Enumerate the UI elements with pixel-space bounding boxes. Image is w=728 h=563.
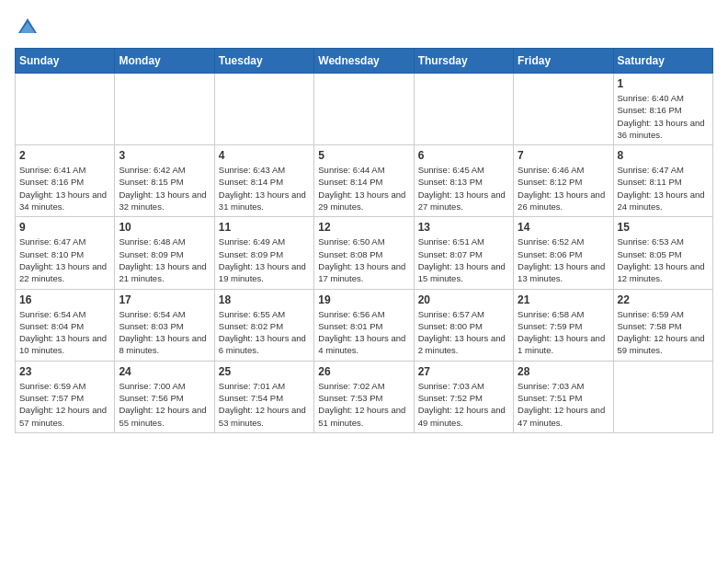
calendar-cell: 2Sunrise: 6:41 AM Sunset: 8:16 PM Daylig…	[16, 145, 115, 217]
calendar-cell	[214, 74, 313, 145]
day-number: 4	[219, 149, 310, 162]
day-info: Sunrise: 6:57 AM Sunset: 8:00 PM Dayligh…	[418, 308, 509, 357]
day-number: 3	[119, 149, 210, 162]
day-number: 10	[119, 221, 210, 234]
day-info: Sunrise: 6:58 AM Sunset: 7:59 PM Dayligh…	[518, 308, 609, 357]
calendar-cell: 17Sunrise: 6:54 AM Sunset: 8:03 PM Dayli…	[115, 289, 214, 361]
day-number: 23	[19, 365, 110, 378]
day-number: 22	[618, 293, 709, 306]
day-number: 28	[518, 365, 609, 378]
calendar-cell: 21Sunrise: 6:58 AM Sunset: 7:59 PM Dayli…	[514, 289, 613, 361]
day-number: 13	[418, 221, 509, 234]
calendar-cell	[613, 361, 712, 432]
day-info: Sunrise: 6:54 AM Sunset: 8:04 PM Dayligh…	[19, 308, 110, 357]
day-info: Sunrise: 6:59 AM Sunset: 7:57 PM Dayligh…	[19, 380, 110, 429]
day-info: Sunrise: 6:51 AM Sunset: 8:07 PM Dayligh…	[418, 236, 509, 284]
day-info: Sunrise: 6:47 AM Sunset: 8:11 PM Dayligh…	[618, 164, 709, 213]
calendar-cell: 13Sunrise: 6:51 AM Sunset: 8:07 PM Dayli…	[414, 217, 513, 289]
day-info: Sunrise: 6:47 AM Sunset: 8:10 PM Dayligh…	[19, 236, 110, 284]
day-of-week-header: Wednesday	[314, 49, 414, 74]
day-of-week-header: Friday	[514, 49, 613, 74]
calendar-cell: 8Sunrise: 6:47 AM Sunset: 8:11 PM Daylig…	[613, 145, 712, 217]
calendar-cell: 20Sunrise: 6:57 AM Sunset: 8:00 PM Dayli…	[414, 289, 513, 361]
day-info: Sunrise: 6:42 AM Sunset: 8:15 PM Dayligh…	[119, 164, 210, 213]
calendar-cell: 10Sunrise: 6:48 AM Sunset: 8:09 PM Dayli…	[115, 217, 214, 289]
calendar-week-row: 9Sunrise: 6:47 AM Sunset: 8:10 PM Daylig…	[16, 217, 713, 289]
day-number: 2	[19, 149, 110, 162]
calendar-cell: 6Sunrise: 6:45 AM Sunset: 8:13 PM Daylig…	[414, 145, 513, 217]
calendar-cell: 15Sunrise: 6:53 AM Sunset: 8:05 PM Dayli…	[613, 217, 712, 289]
calendar-week-row: 1Sunrise: 6:40 AM Sunset: 8:16 PM Daylig…	[16, 74, 713, 145]
calendar-cell: 22Sunrise: 6:59 AM Sunset: 7:58 PM Dayli…	[613, 289, 712, 361]
calendar-cell	[314, 74, 414, 145]
day-number: 14	[518, 221, 609, 234]
day-of-week-header: Tuesday	[214, 49, 313, 74]
day-number: 11	[219, 221, 310, 234]
calendar-table: SundayMondayTuesdayWednesdayThursdayFrid…	[15, 48, 713, 433]
day-of-week-header: Sunday	[16, 49, 115, 74]
day-number: 7	[518, 149, 609, 162]
calendar-cell	[414, 74, 513, 145]
day-info: Sunrise: 6:45 AM Sunset: 8:13 PM Dayligh…	[418, 164, 509, 213]
day-info: Sunrise: 6:50 AM Sunset: 8:08 PM Dayligh…	[318, 236, 409, 284]
day-number: 1	[618, 77, 709, 90]
calendar-cell: 28Sunrise: 7:03 AM Sunset: 7:51 PM Dayli…	[514, 361, 613, 432]
day-info: Sunrise: 6:54 AM Sunset: 8:03 PM Dayligh…	[119, 308, 210, 357]
day-info: Sunrise: 7:02 AM Sunset: 7:53 PM Dayligh…	[318, 380, 409, 429]
day-number: 20	[418, 293, 509, 306]
calendar-cell: 12Sunrise: 6:50 AM Sunset: 8:08 PM Dayli…	[314, 217, 414, 289]
day-number: 15	[618, 221, 709, 234]
day-of-week-header: Saturday	[613, 49, 712, 74]
day-info: Sunrise: 6:44 AM Sunset: 8:14 PM Dayligh…	[318, 164, 409, 213]
calendar-week-row: 16Sunrise: 6:54 AM Sunset: 8:04 PM Dayli…	[16, 289, 713, 361]
day-number: 12	[318, 221, 409, 234]
day-info: Sunrise: 6:49 AM Sunset: 8:09 PM Dayligh…	[219, 236, 310, 284]
day-info: Sunrise: 7:00 AM Sunset: 7:56 PM Dayligh…	[119, 380, 210, 429]
day-number: 5	[318, 149, 409, 162]
day-info: Sunrise: 6:52 AM Sunset: 8:06 PM Dayligh…	[518, 236, 609, 284]
day-number: 16	[19, 293, 110, 306]
day-number: 18	[219, 293, 310, 306]
logo	[15, 15, 44, 40]
calendar-cell: 26Sunrise: 7:02 AM Sunset: 7:53 PM Dayli…	[314, 361, 414, 432]
day-info: Sunrise: 6:53 AM Sunset: 8:05 PM Dayligh…	[618, 236, 709, 284]
day-number: 6	[418, 149, 509, 162]
day-info: Sunrise: 6:55 AM Sunset: 8:02 PM Dayligh…	[219, 308, 310, 357]
day-info: Sunrise: 6:43 AM Sunset: 8:14 PM Dayligh…	[219, 164, 310, 213]
calendar-cell: 7Sunrise: 6:46 AM Sunset: 8:12 PM Daylig…	[514, 145, 613, 217]
day-info: Sunrise: 7:01 AM Sunset: 7:54 PM Dayligh…	[219, 380, 310, 429]
calendar-cell: 1Sunrise: 6:40 AM Sunset: 8:16 PM Daylig…	[613, 74, 712, 145]
day-number: 17	[119, 293, 210, 306]
calendar-cell: 4Sunrise: 6:43 AM Sunset: 8:14 PM Daylig…	[214, 145, 313, 217]
day-number: 9	[19, 221, 110, 234]
logo-icon	[15, 15, 40, 40]
day-number: 21	[518, 293, 609, 306]
day-info: Sunrise: 7:03 AM Sunset: 7:52 PM Dayligh…	[418, 380, 509, 429]
calendar-cell: 23Sunrise: 6:59 AM Sunset: 7:57 PM Dayli…	[16, 361, 115, 432]
calendar-cell	[115, 74, 214, 145]
calendar-cell	[16, 74, 115, 145]
calendar-cell: 9Sunrise: 6:47 AM Sunset: 8:10 PM Daylig…	[16, 217, 115, 289]
calendar-week-row: 23Sunrise: 6:59 AM Sunset: 7:57 PM Dayli…	[16, 361, 713, 432]
day-number: 27	[418, 365, 509, 378]
page-header	[15, 15, 713, 40]
calendar-header-row: SundayMondayTuesdayWednesdayThursdayFrid…	[16, 49, 713, 74]
calendar-week-row: 2Sunrise: 6:41 AM Sunset: 8:16 PM Daylig…	[16, 145, 713, 217]
calendar-cell: 14Sunrise: 6:52 AM Sunset: 8:06 PM Dayli…	[514, 217, 613, 289]
day-number: 8	[618, 149, 709, 162]
day-number: 24	[119, 365, 210, 378]
calendar-cell: 27Sunrise: 7:03 AM Sunset: 7:52 PM Dayli…	[414, 361, 513, 432]
day-of-week-header: Monday	[115, 49, 214, 74]
calendar-cell: 18Sunrise: 6:55 AM Sunset: 8:02 PM Dayli…	[214, 289, 313, 361]
calendar-cell: 25Sunrise: 7:01 AM Sunset: 7:54 PM Dayli…	[214, 361, 313, 432]
calendar-cell: 19Sunrise: 6:56 AM Sunset: 8:01 PM Dayli…	[314, 289, 414, 361]
calendar-cell: 11Sunrise: 6:49 AM Sunset: 8:09 PM Dayli…	[214, 217, 313, 289]
calendar-cell: 3Sunrise: 6:42 AM Sunset: 8:15 PM Daylig…	[115, 145, 214, 217]
day-info: Sunrise: 6:41 AM Sunset: 8:16 PM Dayligh…	[19, 164, 110, 213]
day-info: Sunrise: 6:46 AM Sunset: 8:12 PM Dayligh…	[518, 164, 609, 213]
day-info: Sunrise: 6:48 AM Sunset: 8:09 PM Dayligh…	[119, 236, 210, 284]
day-number: 25	[219, 365, 310, 378]
day-info: Sunrise: 6:59 AM Sunset: 7:58 PM Dayligh…	[618, 308, 709, 357]
calendar-cell: 5Sunrise: 6:44 AM Sunset: 8:14 PM Daylig…	[314, 145, 414, 217]
calendar-cell: 24Sunrise: 7:00 AM Sunset: 7:56 PM Dayli…	[115, 361, 214, 432]
